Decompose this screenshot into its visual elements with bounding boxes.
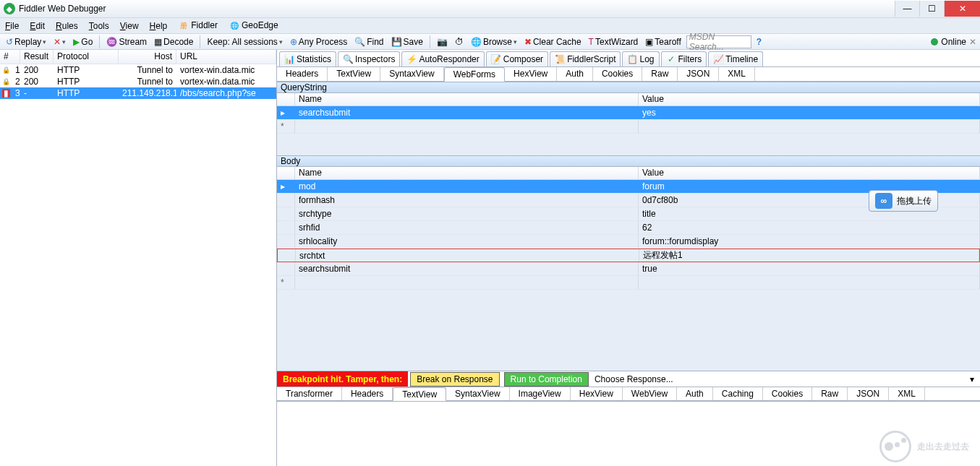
- msdn-search-input[interactable]: MSDN Search...: [686, 35, 751, 48]
- breakpoint-label: Breakpoint hit. Tamper, then:: [277, 371, 408, 387]
- upload-icon: ∞: [875, 193, 892, 209]
- req-tab-textview[interactable]: TextView: [328, 67, 380, 81]
- session-row[interactable]: ▮3-HTTP211.149.218.16/bbs/search.php?se: [0, 87, 276, 99]
- inspectors-icon: 🔍: [343, 55, 353, 64]
- decode-button[interactable]: ▦Decode: [152, 36, 195, 48]
- tab-autoresponder[interactable]: ⚡AutoResponder: [401, 51, 484, 66]
- qs-col-value: Value: [639, 93, 980, 105]
- resp-tab-cookies[interactable]: Cookies: [763, 387, 812, 400]
- session-row[interactable]: 🔒1200HTTPTunnel tovortex-win.data.mic: [0, 64, 276, 76]
- resp-tab-syntaxview[interactable]: SyntaxView: [446, 387, 509, 400]
- req-tab-syntaxview[interactable]: SyntaxView: [380, 67, 443, 81]
- any-process[interactable]: ⊕Any Process: [288, 36, 349, 48]
- menu-rules[interactable]: Rules: [56, 21, 78, 31]
- menu-fiddler[interactable]: 册Fiddler: [178, 20, 218, 31]
- tab-composer[interactable]: 📝Composer: [486, 51, 548, 66]
- keep-sessions[interactable]: Keep: All sessions▾: [205, 36, 284, 48]
- request-tabs: HeadersTextViewSyntaxViewWebFormsHexView…: [277, 67, 980, 82]
- app-title: Fiddler Web Debugger: [19, 4, 106, 14]
- camera-button[interactable]: 📷: [435, 36, 450, 48]
- col-result[interactable]: Result: [20, 50, 54, 64]
- resp-tab-hexview[interactable]: HexView: [571, 387, 623, 400]
- app-icon: ◆: [4, 3, 15, 14]
- choose-response-dropdown[interactable]: Choose Response...: [591, 374, 964, 384]
- menu-view[interactable]: View: [120, 21, 139, 31]
- online-icon: [931, 38, 938, 46]
- timeline-icon: 📈: [713, 55, 723, 64]
- body-row[interactable]: srchtxt远程发帖1: [277, 249, 980, 262]
- tab-filters[interactable]: ✓Filters: [661, 51, 707, 66]
- maximize-button[interactable]: ☐: [919, 1, 944, 17]
- body-row[interactable]: srhfid62: [277, 221, 980, 235]
- tab-inspectors[interactable]: 🔍Inspectors: [338, 51, 400, 66]
- req-tab-json[interactable]: JSON: [678, 67, 719, 81]
- resp-tab-headers[interactable]: Headers: [342, 387, 393, 400]
- timer-button[interactable]: ⏱: [453, 36, 466, 48]
- replay-button[interactable]: ↺Replay▾: [4, 36, 48, 48]
- toolbar-close-icon[interactable]: ✕: [969, 37, 976, 47]
- req-tab-auth[interactable]: Auth: [557, 67, 593, 81]
- req-tab-hexview[interactable]: HexView: [505, 67, 557, 81]
- req-tab-raw[interactable]: Raw: [642, 67, 678, 81]
- menu-help[interactable]: Help: [150, 21, 168, 31]
- col-url[interactable]: URL: [176, 50, 276, 64]
- minimize-button[interactable]: —: [895, 1, 919, 17]
- browse-button[interactable]: 🌐Browse▾: [469, 36, 519, 48]
- resp-tab-textview[interactable]: TextView: [393, 387, 446, 401]
- remove-button[interactable]: ✕▾: [51, 36, 68, 48]
- req-tab-cookies[interactable]: Cookies: [593, 67, 642, 81]
- session-icon: ▮: [0, 89, 12, 98]
- tab-log[interactable]: 📋Log: [622, 51, 659, 66]
- main-tabs: 📊Statistics🔍Inspectors⚡AutoResponder📝Com…: [277, 50, 980, 67]
- go-button[interactable]: ▶Go: [71, 36, 95, 48]
- body-row[interactable]: searchsubmittrue: [277, 262, 980, 276]
- response-tabs: TransformerHeadersTextViewSyntaxViewImag…: [277, 387, 980, 401]
- col-host[interactable]: Host: [119, 50, 176, 64]
- qs-row[interactable]: ▸searchsubmityes: [277, 106, 980, 120]
- menu-edit[interactable]: Edit: [30, 21, 45, 31]
- tab-timeline[interactable]: 📈Timeline: [708, 51, 763, 66]
- title-bar: ◆ Fiddler Web Debugger — ☐ ✕: [0, 0, 980, 18]
- tearoff-button[interactable]: ▣Tearoff: [643, 36, 683, 48]
- stream-button[interactable]: ♒Stream: [104, 36, 149, 48]
- upload-button[interactable]: ∞ 拖拽上传: [869, 190, 938, 212]
- log-icon: 📋: [627, 55, 637, 64]
- tab-fiddlerscript[interactable]: 📜FiddlerScript: [550, 51, 621, 66]
- clear-cache-button[interactable]: ✖Clear Cache: [522, 36, 584, 48]
- resp-tab-xml[interactable]: XML: [889, 387, 925, 400]
- sessions-header: # Result Protocol Host URL: [0, 50, 276, 64]
- resp-tab-raw[interactable]: Raw: [812, 387, 848, 400]
- run-to-completion-button[interactable]: Run to Completion: [504, 372, 589, 387]
- close-button[interactable]: ✕: [944, 1, 980, 17]
- col-num[interactable]: #: [0, 50, 20, 64]
- help-icon[interactable]: ?: [754, 36, 764, 48]
- menu-bar: File Edit Rules Tools View Help 册Fiddler…: [0, 18, 980, 34]
- save-button[interactable]: 💾Save: [389, 36, 425, 48]
- menu-file[interactable]: File: [5, 21, 19, 31]
- menu-geoedge[interactable]: 🌐GeoEdge: [229, 20, 278, 31]
- menu-tools[interactable]: Tools: [89, 21, 109, 31]
- resp-tab-caching[interactable]: Caching: [713, 387, 763, 400]
- req-tab-webforms[interactable]: WebForms: [444, 67, 505, 82]
- toolbar: ↺Replay▾ ✕▾ ▶Go ♒Stream ▦Decode Keep: Al…: [0, 34, 980, 50]
- req-tab-headers[interactable]: Headers: [277, 67, 328, 81]
- resp-tab-auth[interactable]: Auth: [677, 387, 713, 400]
- session-icon: 🔒: [0, 66, 12, 74]
- qs-new-row[interactable]: *: [277, 120, 980, 134]
- resp-tab-webview[interactable]: WebView: [623, 387, 677, 400]
- find-button[interactable]: 🔍Find: [352, 36, 385, 48]
- statistics-icon: 📊: [284, 55, 294, 64]
- break-on-response-button[interactable]: Break on Response: [410, 372, 499, 387]
- req-tab-xml[interactable]: XML: [719, 67, 755, 81]
- resp-tab-transformer[interactable]: Transformer: [277, 387, 342, 400]
- session-row[interactable]: 🔒2200HTTPTunnel tovortex-win.data.mic: [0, 76, 276, 87]
- tab-statistics[interactable]: 📊Statistics: [279, 51, 336, 66]
- body-row[interactable]: srhlocalityforum::forumdisplay: [277, 235, 980, 249]
- resp-tab-json[interactable]: JSON: [848, 387, 889, 400]
- body-new-row[interactable]: *: [277, 276, 980, 290]
- dropdown-arrow-icon[interactable]: ▾: [964, 374, 980, 384]
- fiddlerscript-icon: 📜: [555, 55, 565, 64]
- col-protocol[interactable]: Protocol: [54, 50, 119, 64]
- textwizard-button[interactable]: TTextWizard: [587, 36, 641, 48]
- resp-tab-imageview[interactable]: ImageView: [510, 387, 571, 400]
